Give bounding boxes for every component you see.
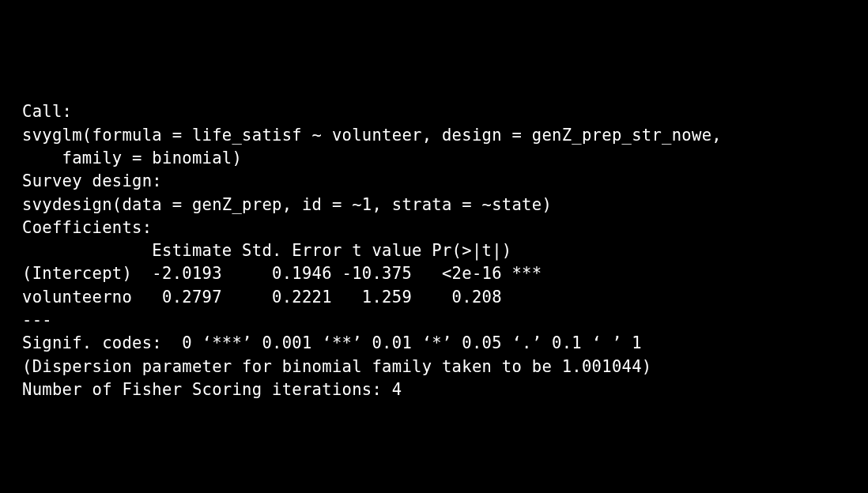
survey-design-header: Survey design: (22, 170, 846, 193)
call-header: Call: (22, 100, 846, 123)
call-formula-line2: family = binomial) (22, 147, 846, 170)
dispersion-line: (Dispersion parameter for binomial famil… (22, 356, 846, 378)
fisher-iterations: Number of Fisher Scoring iterations: 4 (22, 378, 846, 401)
coefficients-header: Coefficients: (22, 216, 846, 239)
survey-design-line: svydesign(data = genZ_prep, id = ~1, str… (22, 194, 846, 216)
separator: --- (22, 309, 846, 332)
signif-codes: Signif. codes: 0 ‘***’ 0.001 ‘**’ 0.01 ‘… (22, 332, 846, 355)
coefficients-column-header: Estimate Std. Error t value Pr(>|t|) (22, 239, 846, 262)
table-row: volunteerno 0.2797 0.2221 1.259 0.208 (22, 286, 846, 309)
table-row: (Intercept) -2.0193 0.1946 -10.375 <2e-1… (22, 262, 846, 285)
call-formula-line1: svyglm(formula = life_satisf ~ volunteer… (22, 124, 846, 147)
